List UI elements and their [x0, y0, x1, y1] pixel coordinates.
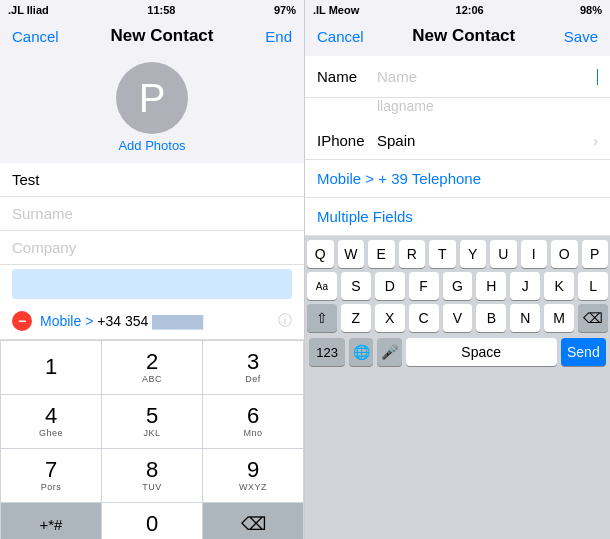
key-7[interactable]: 7Pors: [1, 449, 101, 502]
left-nav-bar: Cancel New Contact End: [0, 20, 304, 52]
key-6[interactable]: 6Mno: [203, 395, 303, 448]
keyboard-row-1: Q W E R T Y U I O P: [307, 240, 608, 268]
key-c[interactable]: C: [409, 304, 439, 332]
key-m[interactable]: M: [544, 304, 574, 332]
avatar-letter: P: [139, 76, 166, 121]
remove-phone-button[interactable]: −: [12, 311, 32, 331]
right-status-bar: .IL Meow 12:06 98%: [305, 0, 610, 20]
right-battery: 98%: [580, 4, 602, 16]
left-panel: .JL Iliad 11:58 97% Cancel New Contact E…: [0, 0, 305, 539]
numeric-keyboard: 1 2ABC 3Def 4Ghee 5JKL 6Mno 7Pors 8TUV 9…: [0, 340, 304, 539]
qwerty-keyboard: Q W E R T Y U I O P Aa S D F G H J K L ⇧…: [305, 236, 610, 539]
surname-field-row: [0, 197, 304, 231]
key-2[interactable]: 2ABC: [102, 341, 202, 394]
key-9[interactable]: 9WXYZ: [203, 449, 303, 502]
country-value[interactable]: Spain: [377, 132, 593, 149]
key-v[interactable]: V: [443, 304, 473, 332]
right-form: Name llagname IPhone Spain › Mobile > + …: [305, 56, 610, 236]
key-b[interactable]: B: [476, 304, 506, 332]
key-g[interactable]: G: [443, 272, 473, 300]
mobile-line[interactable]: Mobile > + 39 Telephone: [305, 160, 610, 198]
right-nav-title: New Contact: [412, 26, 515, 46]
company-input[interactable]: [12, 239, 292, 256]
key-x[interactable]: X: [375, 304, 405, 332]
shift-key[interactable]: ⇧: [307, 304, 337, 332]
key-t[interactable]: T: [429, 240, 456, 268]
key-u[interactable]: U: [490, 240, 517, 268]
right-carrier: .IL Meow: [313, 4, 359, 16]
keyboard-row-2: Aa S D F G H J K L: [307, 272, 608, 300]
key-4[interactable]: 4Ghee: [1, 395, 101, 448]
key-z[interactable]: Z: [341, 304, 371, 332]
key-5[interactable]: 5JKL: [102, 395, 202, 448]
space-key[interactable]: Space: [406, 338, 557, 366]
phone-value: +34 354 ██████: [97, 313, 278, 329]
left-carrier: .JL Iliad: [8, 4, 49, 16]
right-time: 12:06: [456, 4, 484, 16]
phone-highlight: [12, 269, 292, 299]
key-q[interactable]: Q: [307, 240, 334, 268]
phone-clear-icon[interactable]: ⓘ: [278, 312, 292, 330]
chevron-right-icon: ›: [593, 133, 598, 149]
avatar[interactable]: P: [116, 62, 188, 134]
left-cancel-button[interactable]: Cancel: [12, 28, 59, 45]
key-h[interactable]: H: [476, 272, 506, 300]
key-e[interactable]: E: [368, 240, 395, 268]
key-j[interactable]: J: [510, 272, 540, 300]
iphone-label: IPhone: [317, 132, 377, 149]
key-k[interactable]: K: [544, 272, 574, 300]
phone-label: Mobile >: [40, 313, 93, 329]
left-status-bar: .JL Iliad 11:58 97%: [0, 0, 304, 20]
phone-row: − Mobile > +34 354 ██████ ⓘ: [0, 303, 304, 340]
key-r[interactable]: R: [399, 240, 426, 268]
key-d[interactable]: D: [375, 272, 405, 300]
key-n[interactable]: N: [510, 304, 540, 332]
cursor: [597, 69, 598, 85]
left-end-button[interactable]: End: [265, 28, 292, 45]
key-backspace[interactable]: ⌫: [203, 503, 303, 539]
keyboard-bottom-row: 123 🌐 🎤 Space Send: [307, 336, 608, 370]
right-cancel-button[interactable]: Cancel: [317, 28, 364, 45]
key-w[interactable]: W: [338, 240, 365, 268]
keyboard-row-3: ⇧ Z X C V B N M ⌫: [307, 304, 608, 332]
add-photos-button[interactable]: Add Photos: [118, 138, 185, 153]
key-1[interactable]: 1: [1, 341, 101, 394]
key-f[interactable]: F: [409, 272, 439, 300]
company-field-row: [0, 231, 304, 265]
left-nav-title: New Contact: [111, 26, 214, 46]
globe-key[interactable]: 🌐: [349, 338, 373, 366]
numbers-key[interactable]: 123: [309, 338, 345, 366]
key-8[interactable]: 8TUV: [102, 449, 202, 502]
name-label: Name: [317, 68, 377, 85]
contact-form: − Mobile > +34 354 ██████ ⓘ: [0, 163, 304, 340]
key-p[interactable]: P: [582, 240, 609, 268]
right-save-button[interactable]: Save: [564, 28, 598, 45]
name-field-row: Name: [305, 56, 610, 98]
key-i[interactable]: I: [521, 240, 548, 268]
right-nav-bar: Cancel New Contact Save: [305, 20, 610, 52]
phone-country-row[interactable]: IPhone Spain ›: [305, 122, 610, 160]
mic-key[interactable]: 🎤: [377, 338, 401, 366]
firstname-field-row: [0, 163, 304, 197]
key-symbols[interactable]: +*#: [1, 503, 101, 539]
key-0[interactable]: 0: [102, 503, 202, 539]
key-l[interactable]: L: [578, 272, 608, 300]
firstname-input[interactable]: [12, 171, 292, 188]
left-battery: 97%: [274, 4, 296, 16]
avatar-section: P Add Photos: [0, 52, 304, 159]
surname-input[interactable]: [12, 205, 292, 222]
key-y[interactable]: Y: [460, 240, 487, 268]
key-s[interactable]: S: [341, 272, 371, 300]
key-a-label[interactable]: Aa: [307, 272, 337, 300]
key-3[interactable]: 3Def: [203, 341, 303, 394]
send-key[interactable]: Send: [561, 338, 606, 366]
key-o[interactable]: O: [551, 240, 578, 268]
qwerty-backspace-key[interactable]: ⌫: [578, 304, 608, 332]
right-panel: .IL Meow 12:06 98% Cancel New Contact Sa…: [305, 0, 610, 539]
name-input[interactable]: [377, 68, 597, 85]
lastname-placeholder: llagname: [305, 98, 610, 122]
left-time: 11:58: [147, 4, 175, 16]
multiple-fields[interactable]: Multiple Fields: [305, 198, 610, 236]
